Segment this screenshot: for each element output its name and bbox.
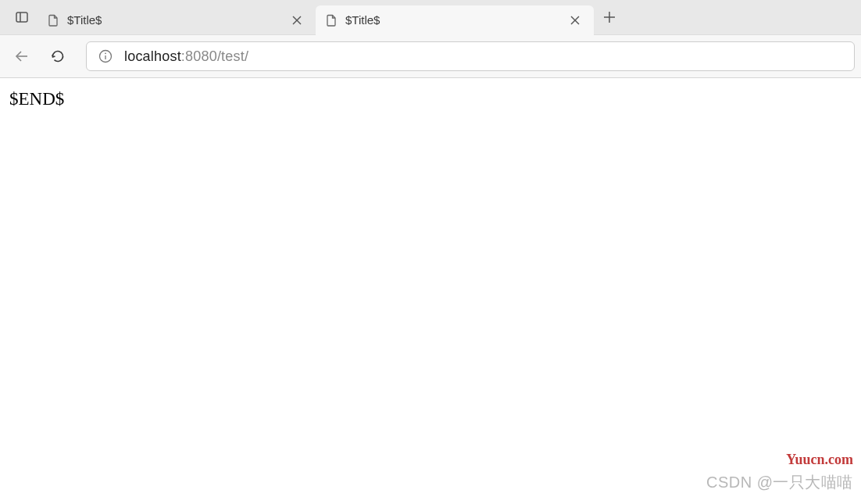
url-port: :8080 <box>181 48 217 64</box>
site-info-icon[interactable] <box>95 45 116 67</box>
toolbar: localhost:8080/test/ <box>0 35 861 78</box>
page-viewport: $END$ <box>0 78 861 120</box>
watermark-site: Yuucn.com <box>786 452 853 468</box>
svg-point-11 <box>105 52 106 54</box>
back-button[interactable] <box>6 41 38 72</box>
close-icon[interactable] <box>288 11 306 30</box>
tab-title: $Title$ <box>345 13 566 27</box>
tab-1[interactable]: $Title$ <box>38 5 316 35</box>
url-host: localhost <box>124 48 181 64</box>
tab-2[interactable]: $Title$ <box>316 5 594 35</box>
page-body-text: $END$ <box>9 89 852 109</box>
new-tab-button[interactable] <box>594 2 625 33</box>
close-icon[interactable] <box>566 11 584 30</box>
page-icon <box>325 14 338 27</box>
url-text: localhost:8080/test/ <box>124 48 248 65</box>
url-path: /test/ <box>217 48 248 64</box>
address-bar[interactable]: localhost:8080/test/ <box>86 41 855 71</box>
tab-strip: $Title$ $Title$ <box>0 0 861 35</box>
watermark-attribution: CSDN @一只大喵喵 <box>706 472 853 493</box>
tab-title: $Title$ <box>67 13 288 27</box>
refresh-button[interactable] <box>42 41 73 72</box>
tab-actions-button[interactable] <box>6 2 38 33</box>
svg-rect-0 <box>16 13 27 22</box>
page-icon <box>47 14 59 27</box>
